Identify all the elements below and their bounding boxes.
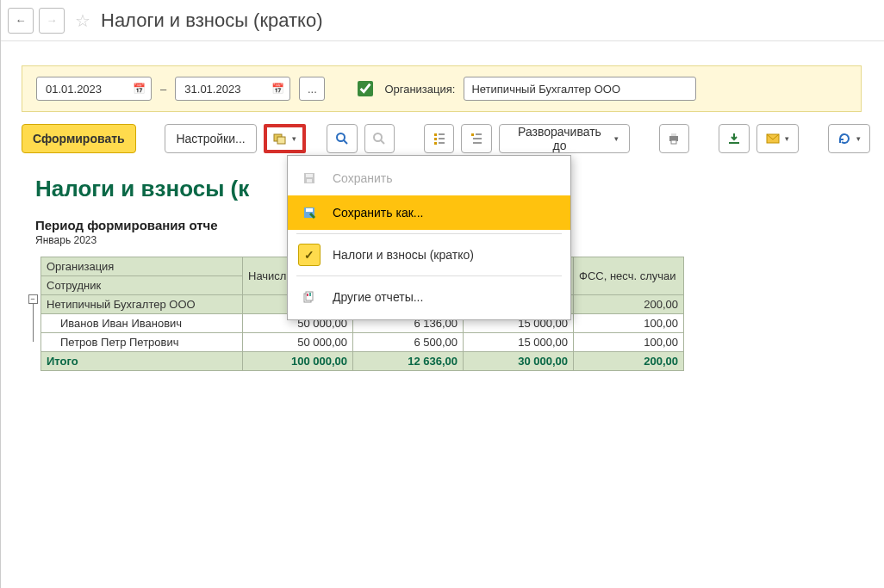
cell-value: 200,00: [574, 352, 684, 371]
dropdown-other-reports-label: Другие отчеты...: [333, 290, 423, 304]
cell-total-label: Итого: [41, 352, 243, 371]
cell-value: 100,00: [574, 314, 684, 333]
chevron-down-icon: ▾: [614, 134, 619, 143]
dropdown-save[interactable]: Сохранить: [288, 161, 570, 195]
cell-value: 30 000,00: [464, 352, 574, 371]
date-options-button[interactable]: ...: [299, 77, 325, 101]
svg-rect-12: [471, 133, 474, 136]
svg-point-4: [374, 133, 382, 141]
save-to-file-button[interactable]: [719, 124, 750, 153]
report-variants-dropdown: Сохранить Сохранить как... ✓: [287, 155, 571, 320]
refresh-button[interactable]: ▾: [828, 124, 870, 153]
tree-line: [33, 304, 34, 323]
dropdown-other-reports[interactable]: Другие отчеты...: [288, 280, 570, 314]
mail-icon: [766, 132, 780, 145]
svg-rect-8: [434, 138, 437, 140]
svg-rect-19: [729, 142, 739, 144]
cell-value: 12 636,00: [353, 352, 464, 371]
organization-label: Организация:: [384, 83, 455, 96]
organization-input[interactable]: Нетипичный Бухгалтер ООО: [464, 77, 696, 101]
col-organization: Организация Сотрудник: [41, 257, 243, 295]
svg-rect-28: [307, 294, 308, 296]
tree-gutter: −: [25, 257, 40, 342]
filter-bar: 01.01.2023 📅 – 31.01.2023 📅 ... Организа…: [22, 65, 862, 112]
forward-button[interactable]: →: [39, 8, 65, 34]
col-fss: ФСС, несч. случаи: [574, 257, 684, 295]
date-to-field[interactable]: 31.01.2023 📅: [175, 77, 290, 101]
dropdown-save-as-label: Сохранить как...: [333, 206, 423, 220]
date-from-field[interactable]: 01.01.2023 📅: [36, 77, 152, 101]
dropdown-current-report-label: Налоги и взносы (кратко): [333, 248, 474, 262]
svg-rect-17: [671, 133, 676, 136]
svg-rect-18: [671, 140, 676, 144]
svg-rect-23: [307, 179, 312, 183]
svg-point-2: [337, 133, 345, 141]
chevron-down-icon: ▾: [292, 134, 296, 143]
expand-to-label: Разворачивать до: [510, 125, 609, 152]
cell-name: Петров Петр Петрович: [41, 333, 243, 352]
svg-rect-22: [306, 174, 313, 177]
toolbar: Сформировать Настройки... ▾: [22, 112, 884, 165]
table-row: Петров Петр Петрович 50 000,00 6 500,00 …: [41, 333, 684, 352]
tree-collapse-button[interactable]: −: [28, 294, 38, 304]
calendar-icon[interactable]: 📅: [271, 83, 284, 95]
send-email-button[interactable]: ▾: [756, 124, 799, 153]
chevron-down-icon: ▾: [785, 134, 789, 143]
date-separator: –: [160, 83, 166, 96]
svg-rect-6: [434, 133, 437, 136]
find-button[interactable]: [327, 124, 358, 153]
organization-value: Нетипичный Бухгалтер ООО: [471, 83, 620, 96]
svg-line-3: [344, 140, 347, 144]
date-to-value: 31.01.2023: [184, 83, 240, 96]
svg-rect-29: [309, 293, 311, 296]
svg-rect-1: [277, 137, 285, 144]
cell-value: 200,00: [574, 295, 684, 314]
check-icon: ✓: [304, 248, 314, 262]
calendar-icon[interactable]: 📅: [133, 83, 146, 95]
report-variants-button[interactable]: ▾: [264, 124, 306, 153]
dropdown-save-label: Сохранить: [333, 171, 393, 185]
svg-line-5: [381, 140, 384, 144]
organization-checkbox[interactable]: [358, 81, 373, 96]
dropdown-current-report[interactable]: ✓ Налоги и взносы (кратко): [288, 238, 570, 272]
page-title: Налоги и взносы (кратко): [101, 9, 323, 32]
expand-to-button[interactable]: Разворачивать до ▾: [499, 124, 630, 153]
cell-value: 6 500,00: [353, 333, 464, 352]
col-employee-label: Сотрудник: [41, 275, 242, 294]
tree-line: [33, 323, 34, 342]
dropdown-separator: [296, 233, 562, 234]
dropdown-separator: [296, 275, 562, 276]
print-button[interactable]: [659, 124, 690, 153]
date-from-value: 01.01.2023: [46, 83, 102, 96]
printer-icon: [667, 132, 681, 145]
refresh-icon: [837, 132, 851, 145]
svg-rect-10: [434, 142, 437, 145]
floppy-icon: [302, 171, 316, 185]
report-stack-icon: [302, 290, 316, 304]
find-next-button[interactable]: [364, 124, 395, 153]
search-icon: [335, 132, 349, 145]
folder-copy-icon: [273, 132, 287, 145]
cell-value: 50 000,00: [243, 333, 353, 352]
col-organization-label: Организация: [47, 260, 237, 273]
settings-button[interactable]: Настройки...: [165, 124, 256, 153]
cell-value: 15 000,00: [464, 333, 574, 352]
cell-name: Нетипичный Бухгалтер ООО: [41, 295, 243, 314]
favorite-star-icon[interactable]: ☆: [75, 10, 90, 31]
cell-name: Иванов Иван Иванович: [41, 314, 243, 333]
chevron-down-icon: ▾: [856, 134, 861, 143]
table-total-row: Итого 100 000,00 12 636,00 30 000,00 200…: [41, 352, 684, 371]
back-button[interactable]: ←: [8, 8, 34, 34]
expand-all-button[interactable]: [424, 124, 455, 153]
expand-icon: [433, 132, 446, 145]
collapse-all-button[interactable]: [461, 124, 492, 153]
search-next-icon: [372, 132, 386, 145]
svg-rect-25: [306, 208, 313, 212]
generate-button[interactable]: Сформировать: [22, 124, 136, 153]
cell-value: 100 000,00: [243, 352, 353, 371]
cell-value: 100,00: [574, 333, 684, 352]
collapse-icon: [470, 132, 483, 145]
download-icon: [727, 132, 741, 145]
dropdown-save-as[interactable]: Сохранить как...: [288, 195, 570, 230]
floppy-edit-icon: [302, 206, 316, 220]
